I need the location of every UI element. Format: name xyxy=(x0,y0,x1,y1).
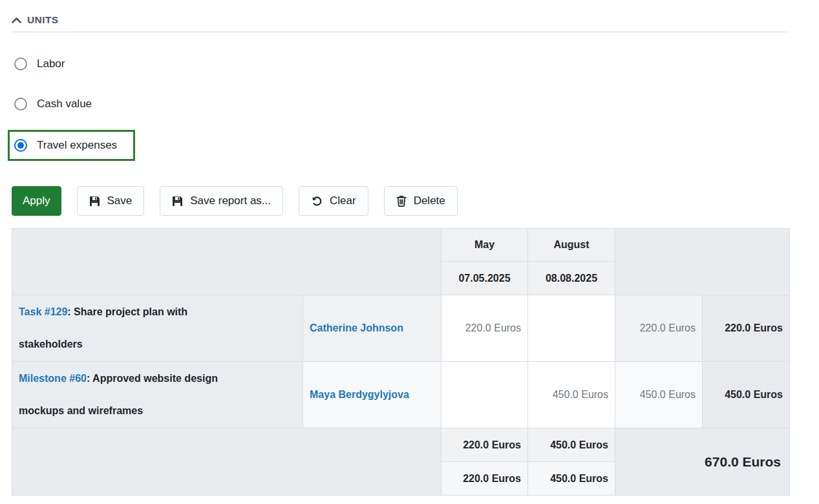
units-panel: UNITS Labor Cash value Travel expenses A… xyxy=(0,0,819,496)
floppy-save-icon xyxy=(89,196,100,207)
units-section-title: UNITS xyxy=(27,14,59,26)
apply-button[interactable]: Apply xyxy=(12,186,61,216)
row-subtotal-cell: 220.0 Euros xyxy=(615,295,703,362)
assignee-cell: Catherine Johnson xyxy=(303,295,441,362)
save-button-label: Save xyxy=(107,194,133,207)
assignee-link-maya-berdygylyjova[interactable]: Maya Berdygylyjova xyxy=(310,389,409,400)
month-header-may: May xyxy=(441,229,528,262)
footer-empty-block xyxy=(12,428,441,496)
radio-option-cash-value[interactable]: Cash value xyxy=(14,96,790,112)
trash-icon xyxy=(396,195,407,207)
radio-cash-value-label: Cash value xyxy=(37,98,92,110)
report-toolbar: Apply Save xyxy=(12,186,790,216)
grand-total-cell: 670.0 Euros xyxy=(615,428,790,496)
row-subtotal-cell: 450.0 Euros xyxy=(615,362,703,428)
chevron-up-icon xyxy=(12,14,21,26)
milestone-60-link[interactable]: Milestone #60 xyxy=(19,373,87,384)
value-cell-may: 220.0 Euros xyxy=(441,295,528,362)
save-report-as-button[interactable]: Save report as... xyxy=(160,186,283,216)
assignee-cell: Maya Berdygylyjova xyxy=(303,362,441,428)
section-divider xyxy=(12,32,790,32)
assignee-link-catherine-johnson[interactable]: Catherine Johnson xyxy=(310,322,403,333)
footer-may-sum-1: 220.0 Euros xyxy=(441,428,528,462)
radio-travel-expenses-label: Travel expenses xyxy=(37,139,117,152)
task-129-link[interactable]: Task #129 xyxy=(19,306,67,317)
selection-highlight-box: Travel expenses xyxy=(8,130,135,161)
clear-button-label: Clear xyxy=(330,194,356,207)
units-section-toggle[interactable]: UNITS xyxy=(12,14,790,32)
value-cell-august xyxy=(528,295,615,362)
table-row-milestone-60: Milestone #60: Approved website design m… xyxy=(12,362,790,428)
floppy-save-icon xyxy=(172,196,183,207)
clear-button[interactable]: Clear xyxy=(299,186,368,216)
radio-option-labor[interactable]: Labor xyxy=(14,56,790,72)
month-header-august: August xyxy=(528,229,615,262)
radio-cash-value[interactable] xyxy=(14,98,27,110)
date-header-may: 07.05.2025 xyxy=(441,262,528,295)
radio-travel-expenses[interactable] xyxy=(14,139,27,152)
travel-expenses-report-table: May August 07.05.2025 08.08.2025 Task #1… xyxy=(12,228,790,496)
undo-arrow-icon xyxy=(311,195,323,207)
delete-button-label: Delete xyxy=(414,194,445,207)
date-header-august: 08.08.2025 xyxy=(528,262,615,295)
value-cell-august: 450.0 Euros xyxy=(528,362,615,428)
footer-august-sum-1: 450.0 Euros xyxy=(528,428,615,462)
table-row-task-129: Task #129: Share project plan with stake… xyxy=(12,295,790,362)
row-total-cell: 450.0 Euros xyxy=(703,362,790,428)
header-empty-block xyxy=(12,229,441,295)
task-cell: Task #129: Share project plan with stake… xyxy=(12,295,303,362)
save-button[interactable]: Save xyxy=(77,186,145,216)
radio-labor-label: Labor xyxy=(37,58,65,70)
apply-button-label: Apply xyxy=(23,194,50,207)
save-report-as-button-label: Save report as... xyxy=(190,194,271,207)
task-cell: Milestone #60: Approved website design m… xyxy=(12,362,303,428)
delete-button[interactable]: Delete xyxy=(384,186,458,216)
value-cell-may xyxy=(441,362,528,428)
footer-may-sum-2: 220.0 Euros xyxy=(441,462,528,496)
footer-august-sum-2: 450.0 Euros xyxy=(528,462,615,496)
radio-labor[interactable] xyxy=(14,58,27,70)
header-empty-block-right xyxy=(615,229,790,295)
row-total-cell: 220.0 Euros xyxy=(703,295,790,362)
